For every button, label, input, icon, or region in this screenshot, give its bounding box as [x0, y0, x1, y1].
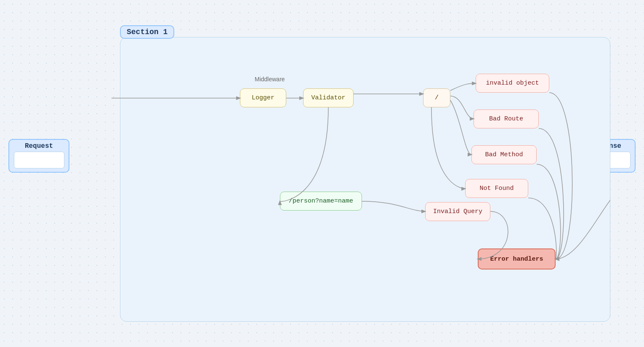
validator-node: Validator — [303, 88, 354, 107]
not-found-node: Not Found — [465, 179, 528, 198]
invalid-object-node: invalid object — [476, 74, 549, 93]
logger-node: Logger — [240, 88, 286, 107]
bad-method-node: Bad Method — [471, 145, 537, 164]
invalid-query-node: Invalid Query — [425, 202, 490, 221]
diagram-container: Section 1 Middleware Logger Validator / … — [112, 25, 610, 322]
person-query-node: /person?name=name — [280, 192, 362, 211]
bad-route-node: Bad Route — [474, 109, 539, 128]
slash-node: / — [423, 88, 450, 107]
middleware-label: Middleware — [255, 76, 285, 83]
request-inner — [14, 152, 64, 168]
request-box: Request — [8, 139, 69, 173]
request-label: Request — [18, 140, 60, 152]
section-label: Section 1 — [120, 25, 174, 39]
error-handlers-node: Error handlers — [478, 248, 556, 270]
